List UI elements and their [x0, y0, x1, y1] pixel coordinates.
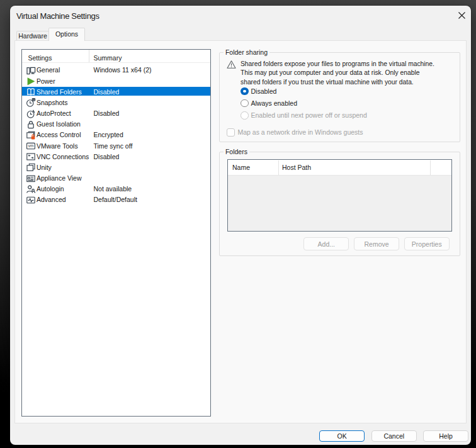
svg-text:vm: vm: [28, 143, 33, 148]
